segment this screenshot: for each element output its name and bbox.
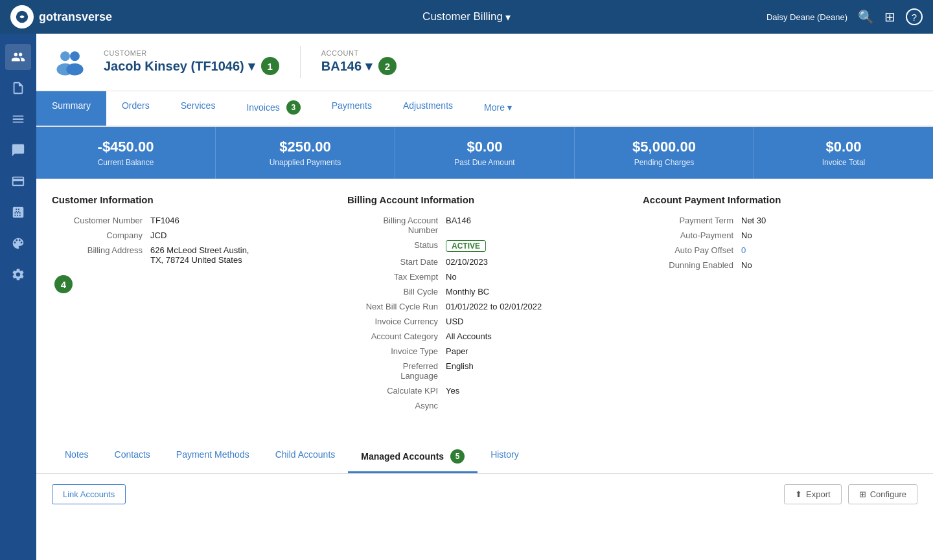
svg-point-4 <box>66 63 83 76</box>
customer-dropdown-arrow[interactable]: ▾ <box>248 58 255 74</box>
sidebar <box>0 34 36 560</box>
customer-avatar-icon <box>52 44 88 80</box>
logo-icon <box>15 10 29 24</box>
bottom-tab-child-accounts[interactable]: Child Accounts <box>262 442 349 473</box>
tab-adjustments[interactable]: Adjustments <box>387 91 468 126</box>
stat-invoice-value: $0.00 <box>770 139 917 155</box>
stat-pastdue-value: $0.00 <box>411 139 559 155</box>
bottom-tab-notes[interactable]: Notes <box>52 442 102 473</box>
info-row-calculate-kpi: Calculate KPI Yes <box>347 386 622 396</box>
info-row-company: Company JCD <box>52 230 327 240</box>
stat-unapplied-label: Unapplied Payments <box>231 158 379 167</box>
action-buttons: ⬆ Export ⊞ Configure <box>784 484 917 504</box>
layout: CUSTOMER Jacob Kinsey (TF1046) ▾ 1 ACCOU… <box>0 34 933 560</box>
svg-point-1 <box>60 51 70 61</box>
account-info: ACCOUNT BA146 ▾ 2 <box>321 49 397 75</box>
tab-more[interactable]: More ▾ <box>468 91 527 126</box>
stat-invoice-label: Invoice Total <box>770 158 917 167</box>
step-badge-5: 5 <box>450 449 465 464</box>
payment-info-section: Account Payment Information Payment Term… <box>643 194 917 416</box>
search-icon[interactable]: 🔍 <box>858 9 874 25</box>
info-row-invoice-type: Invoice Type Paper <box>347 346 622 356</box>
sidebar-icon-card[interactable] <box>5 168 31 194</box>
stat-pending-value: $5,000.00 <box>590 139 738 155</box>
stat-current-balance-value: -$450.00 <box>52 139 200 155</box>
tab-payments[interactable]: Payments <box>316 91 387 126</box>
info-row-dunning-enabled: Dunning Enabled No <box>643 260 917 270</box>
sidebar-icon-settings[interactable] <box>5 262 31 287</box>
step-badge-1: 1 <box>261 57 279 75</box>
step-badge-3: 3 <box>286 100 301 115</box>
nav-title: Customer Billing <box>422 10 503 23</box>
payment-info-title: Account Payment Information <box>643 194 917 205</box>
info-row-billing-address: Billing Address 626 McLeod Street Austin… <box>52 245 327 265</box>
customer-info-section: Customer Information Customer Number TF1… <box>52 194 327 416</box>
bottom-actions: Link Accounts ⬆ Export ⊞ Configure <box>36 474 933 515</box>
sidebar-icon-list[interactable] <box>5 106 31 132</box>
user-dropdown[interactable]: Daisy Deane (Deane) <box>766 12 847 22</box>
nav-title-dropdown[interactable]: ▾ <box>505 11 511 23</box>
info-sections: Customer Information Customer Number TF1… <box>36 179 933 431</box>
tab-summary[interactable]: Summary <box>36 91 106 126</box>
export-button[interactable]: ⬆ Export <box>784 484 842 504</box>
sidebar-icon-documents[interactable] <box>5 75 31 101</box>
export-icon: ⬆ <box>795 489 802 499</box>
info-row-auto-pay-offset: Auto Pay Offset 0 <box>643 245 917 255</box>
stat-past-due: $0.00 Past Due Amount <box>395 127 575 179</box>
stat-pending-charges: $5,000.00 Pending Charges <box>575 127 754 179</box>
stat-pending-label: Pending Charges <box>590 158 738 167</box>
stat-unapplied-payments: $250.00 Unapplied Payments <box>216 127 395 179</box>
customer-label: CUSTOMER <box>104 49 279 57</box>
configure-button[interactable]: ⊞ Configure <box>848 484 917 504</box>
info-row-currency: Invoice Currency USD <box>347 317 622 326</box>
info-row-next-bill-cycle: Next Bill Cycle Run 01/01/2022 to 02/01/… <box>347 302 622 311</box>
main-content: CUSTOMER Jacob Kinsey (TF1046) ▾ 1 ACCOU… <box>36 34 933 560</box>
account-dropdown-arrow[interactable]: ▾ <box>365 58 372 74</box>
info-row-bill-cycle: Bill Cycle Monthly BC <box>347 287 622 297</box>
status-badge: ACTIVE <box>446 240 486 252</box>
logo-circle <box>10 5 34 28</box>
topnav-right: Daisy Deane (Deane) 🔍 ⊞ ? <box>766 8 923 25</box>
help-icon[interactable]: ? <box>906 8 923 25</box>
stat-current-balance: -$450.00 Current Balance <box>36 127 216 179</box>
sidebar-icon-users[interactable] <box>5 44 31 70</box>
info-row-status: Status ACTIVE <box>347 240 622 252</box>
bottom-tab-history[interactable]: History <box>478 442 532 473</box>
stat-unapplied-value: $250.00 <box>231 139 379 155</box>
bottom-tabs: Notes Contacts Payment Methods Child Acc… <box>36 442 933 474</box>
info-row-auto-payment: Auto-Payment No <box>643 230 917 240</box>
info-row-start-date: Start Date 02/10/2023 <box>347 257 622 267</box>
stat-pastdue-label: Past Due Amount <box>411 158 559 167</box>
customer-name: Jacob Kinsey (TF1046) ▾ 1 <box>104 57 279 75</box>
bottom-tab-payment-methods[interactable]: Payment Methods <box>163 442 262 473</box>
customer-header: CUSTOMER Jacob Kinsey (TF1046) ▾ 1 ACCOU… <box>36 34 933 91</box>
app-logo[interactable]: gotransverse <box>10 5 112 28</box>
header-divider <box>300 46 301 78</box>
step-badge-4: 4 <box>54 275 73 293</box>
stat-invoice-total: $0.00 Invoice Total <box>754 127 933 179</box>
apps-icon[interactable]: ⊞ <box>884 9 895 25</box>
nav-title-area: Customer Billing ▾ <box>422 10 511 23</box>
account-name: BA146 ▾ 2 <box>321 57 397 75</box>
app-name: gotransverse <box>39 10 112 24</box>
sidebar-icon-calculator[interactable] <box>5 199 31 225</box>
tab-services[interactable]: Services <box>165 91 231 126</box>
sidebar-icon-palette[interactable] <box>5 230 31 256</box>
tab-orders[interactable]: Orders <box>106 91 165 126</box>
info-row-async: Async <box>347 401 622 410</box>
link-accounts-button[interactable]: Link Accounts <box>52 484 126 504</box>
account-label: ACCOUNT <box>321 49 397 57</box>
info-row-preferred-language: PreferredLanguage English <box>347 361 622 381</box>
configure-icon: ⊞ <box>859 489 866 499</box>
billing-info-title: Billing Account Information <box>347 194 622 205</box>
main-tabs: Summary Orders Services Invoices 3 Payme… <box>36 91 933 127</box>
tab-invoices[interactable]: Invoices 3 <box>231 91 316 126</box>
bottom-tab-managed-accounts[interactable]: Managed Accounts 5 <box>348 442 478 473</box>
sidebar-icon-file[interactable] <box>5 137 31 163</box>
info-row-payment-term: Payment Term Net 30 <box>643 216 917 225</box>
customer-info-title: Customer Information <box>52 194 327 205</box>
bottom-tab-contacts[interactable]: Contacts <box>102 442 163 473</box>
info-row-customer-number: Customer Number TF1046 <box>52 216 327 225</box>
info-row-account-category: Account Category All Accounts <box>347 331 622 341</box>
customer-info: CUSTOMER Jacob Kinsey (TF1046) ▾ 1 <box>104 49 279 75</box>
